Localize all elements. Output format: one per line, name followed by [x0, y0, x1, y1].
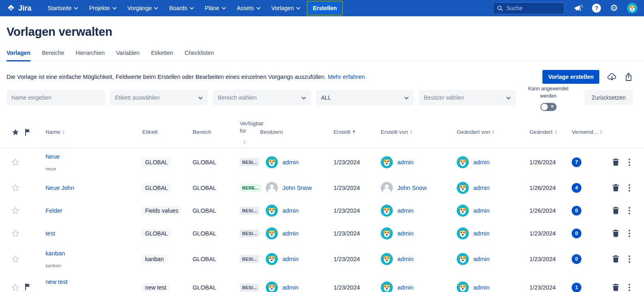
global-search[interactable] — [493, 2, 564, 14]
can-apply-toggle[interactable]: ✕ — [540, 103, 557, 111]
nav-item-startseite[interactable]: Startseite — [48, 5, 78, 11]
delete-trash-icon[interactable] — [612, 255, 619, 263]
tab-etiketten[interactable]: Etiketten — [151, 50, 173, 61]
favorite-star-icon[interactable] — [11, 206, 20, 215]
label-tag: Fields values — [142, 206, 181, 215]
can-apply-toggle-label: Kann angewendet werden — [521, 85, 576, 100]
mehr-erfahren-link[interactable]: Mehr erfahren — [328, 74, 365, 80]
label-filter-select[interactable]: Etikett auswählen — [110, 90, 208, 105]
template-name-link[interactable]: Neue — [46, 153, 137, 160]
flag-column-flag-icon[interactable] — [24, 129, 40, 136]
scope-filter-select[interactable]: Bereich wählen — [213, 90, 311, 105]
nav-item-boards[interactable]: Boards — [169, 5, 193, 11]
created-date: 1/23/2024 — [328, 185, 375, 191]
favorite-star-icon[interactable] — [11, 229, 20, 238]
nav-item-vorgaenge[interactable]: Vorgänge — [128, 5, 158, 11]
row-menu-kebab-icon[interactable] — [628, 229, 631, 238]
tab-checklisten[interactable]: Checklisten — [184, 50, 214, 61]
search-input[interactable] — [506, 5, 555, 11]
tab-hierarchien[interactable]: Hierarchien — [76, 50, 105, 61]
template-name-link[interactable]: test — [46, 230, 137, 237]
export-share-icon[interactable] — [624, 72, 633, 81]
favorite-star-icon[interactable] — [11, 158, 20, 167]
delete-trash-icon[interactable] — [612, 229, 619, 237]
tab-vorlagen[interactable]: Vorlagen — [7, 50, 30, 61]
owner-link[interactable]: John Snow — [282, 185, 312, 191]
column-header-erstellt-von[interactable]: Erstellt von — [375, 129, 451, 135]
row-menu-kebab-icon[interactable] — [628, 255, 631, 264]
modified-by-link[interactable]: admin — [473, 207, 490, 214]
modified-by-link[interactable]: admin — [473, 185, 490, 191]
chevron-down-icon — [506, 94, 511, 101]
jira-logo[interactable]: Jira — [7, 4, 31, 13]
template-name-link[interactable]: kanban — [46, 250, 137, 257]
template-name-link[interactable]: Neue John — [46, 185, 137, 191]
available-for-badge: BESI... — [240, 207, 259, 215]
nav-item-vorlagen[interactable]: Vorlagen — [271, 5, 300, 11]
intro-text: Die Vorlage ist eine einfache Möglichkei… — [7, 74, 326, 80]
column-header-erstellt[interactable]: Erstellt — [328, 129, 375, 135]
column-header-geaendert-von[interactable]: Geändert von — [451, 129, 524, 135]
owner-link[interactable]: admin — [282, 230, 299, 237]
owner-link[interactable]: admin — [282, 159, 299, 166]
scope-value: GLOBAL — [187, 230, 234, 237]
favorite-star-icon[interactable] — [11, 183, 20, 192]
delete-trash-icon[interactable] — [612, 184, 619, 192]
tab-variablen[interactable]: Variablen — [116, 50, 140, 61]
announcements-megaphone-icon[interactable] — [573, 4, 583, 13]
created-by-link[interactable]: admin — [397, 284, 414, 291]
template-name-link[interactable]: Felder — [46, 207, 137, 214]
nav-item-assets[interactable]: Assets — [237, 5, 260, 11]
row-menu-kebab-icon[interactable] — [628, 158, 631, 167]
column-header-verwendet[interactable]: Verwend... — [566, 129, 599, 135]
reset-filters-button[interactable]: Zurücksetzen — [585, 90, 633, 105]
owner-avatar — [266, 253, 278, 265]
modified-by-link[interactable]: admin — [473, 256, 490, 262]
vorlage-erstellen-button[interactable]: Vorlage erstellen — [542, 70, 599, 84]
column-header-bereich: Bereich — [187, 129, 234, 135]
created-by-link[interactable]: admin — [397, 159, 414, 166]
chevron-down-icon — [404, 94, 409, 101]
template-name-link[interactable]: new test — [46, 279, 137, 285]
favorite-column-star-icon[interactable] — [7, 128, 24, 136]
create-button-highlight: Erstellen — [307, 1, 343, 15]
created-by-link[interactable]: John Snow — [397, 185, 427, 191]
name-filter-input[interactable] — [11, 94, 100, 101]
type-filter-select[interactable]: ALL — [316, 90, 414, 105]
delete-trash-icon[interactable] — [612, 207, 619, 214]
delete-trash-icon[interactable] — [612, 158, 619, 166]
created-by-link[interactable]: admin — [397, 230, 414, 237]
erstellen-button[interactable]: Erstellen — [308, 2, 341, 14]
created-by-link[interactable]: admin — [397, 207, 414, 214]
import-cloud-download-icon[interactable] — [607, 72, 617, 81]
row-menu-kebab-icon[interactable] — [628, 183, 631, 192]
row-menu-kebab-icon[interactable] — [628, 206, 631, 215]
nav-item-projekte[interactable]: Projekte — [89, 5, 116, 11]
modified-by-link[interactable]: admin — [473, 284, 490, 291]
usage-count-badge: 0 — [572, 229, 581, 238]
label-tag: GLOBAL — [142, 183, 171, 192]
favorite-star-icon[interactable] — [11, 255, 20, 264]
scope-value: GLOBAL — [187, 207, 234, 214]
created-by-link[interactable]: admin — [397, 256, 414, 262]
owner-filter-select[interactable]: Besitzer wählen — [419, 90, 516, 105]
settings-gear-icon[interactable]: ⚙ — [610, 4, 618, 13]
delete-trash-icon[interactable] — [612, 283, 619, 291]
owner-link[interactable]: admin — [282, 256, 299, 262]
scope-value: GLOBAL — [187, 159, 234, 166]
column-header-geaendert[interactable]: Geändert — [524, 129, 566, 135]
tab-bereiche[interactable]: Bereiche — [42, 50, 64, 61]
row-menu-kebab-icon[interactable] — [628, 283, 631, 292]
table-row: Neue neue GLOBAL GLOBAL BESI... admin 1/… — [0, 148, 644, 177]
user-avatar[interactable] — [627, 3, 637, 13]
owner-link[interactable]: admin — [282, 284, 299, 291]
column-header-name[interactable]: Name — [40, 129, 137, 135]
column-header-etikett: Etikett — [137, 129, 187, 135]
nav-item-plaene[interactable]: Pläne — [205, 5, 226, 11]
help-icon[interactable]: ? — [592, 4, 601, 13]
modified-by-link[interactable]: admin — [473, 230, 490, 237]
favorite-star-icon[interactable] — [11, 283, 20, 292]
owner-link[interactable]: admin — [282, 207, 299, 214]
column-header-verfuegbar-fuer[interactable]: Verfügbar für — [234, 120, 260, 144]
modified-by-link[interactable]: admin — [473, 159, 490, 166]
